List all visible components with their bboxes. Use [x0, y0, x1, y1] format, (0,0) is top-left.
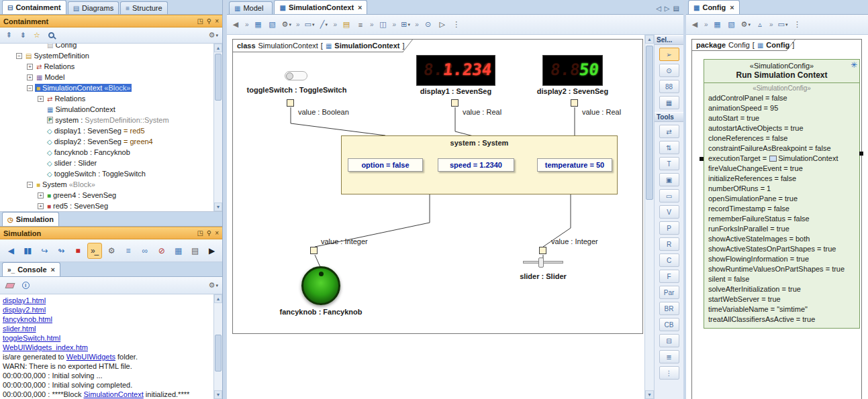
selection-handle[interactable]: [700, 157, 704, 161]
tab-structure[interactable]: ≡ Structure: [120, 1, 167, 14]
tree-expander-icon[interactable]: +: [27, 74, 33, 80]
canvas-scrollbar[interactable]: ▲ ▼: [644, 35, 654, 399]
diagram-canvas[interactable]: class SimulationContext [ ▦ SimulationCo…: [227, 35, 644, 399]
port-display2-value[interactable]: [571, 99, 578, 107]
tree-scroll-thumb[interactable]: [215, 54, 222, 101]
toolbar-overflow-chevron[interactable]: »: [703, 19, 710, 31]
tree-scrollbar[interactable]: ▲ ▼: [213, 44, 222, 211]
tab-list-icon[interactable]: ▤: [673, 5, 679, 12]
config-property[interactable]: showRuntimeValuesOnPartShapes = true: [708, 264, 859, 274]
port-display1-value[interactable]: [451, 99, 459, 107]
config-property[interactable]: recordTimestamp = false: [708, 204, 859, 214]
console-info-button[interactable]: i: [19, 280, 32, 292]
console-scroll-thumb[interactable]: [215, 335, 222, 372]
binding-connector-tool[interactable]: BR: [659, 302, 679, 315]
config-property[interactable]: silent = false: [708, 274, 859, 284]
tree-expander-icon[interactable]: +: [38, 203, 44, 209]
tab-model-diagram[interactable]: ▦ Model: [229, 1, 273, 14]
sim-run-button[interactable]: ▶: [204, 243, 219, 259]
containment-tree-button[interactable]: ▦: [712, 19, 724, 31]
sim-export-button[interactable]: ▤: [187, 243, 202, 259]
tree-item-red5[interactable]: + ■ red5 : SevenSeg: [0, 201, 214, 211]
widgets-grid-tool[interactable]: ▦: [659, 96, 679, 109]
console-link[interactable]: WebUIWidgets: [66, 353, 115, 361]
port-slider-value[interactable]: [539, 247, 546, 254]
tree-item-model[interactable]: + ▦ Model: [0, 72, 214, 82]
shape-tool[interactable]: ▭: [659, 189, 679, 203]
next-tab-icon[interactable]: ▷: [665, 5, 670, 12]
selection-handle[interactable]: [859, 152, 863, 156]
toolbar-overflow-chevron[interactable]: »: [369, 19, 375, 31]
config-property[interactable]: initializeReferences = false: [708, 174, 859, 184]
config-property[interactable]: rememberFailureStatus = false: [708, 214, 859, 224]
favorites-button[interactable]: ☆: [31, 30, 43, 42]
display1-sevenseg-widget[interactable]: 8.8.8.8 1.234: [416, 55, 495, 86]
selection-tool[interactable]: ➢: [659, 48, 679, 61]
tree-item-green4[interactable]: + ■ green4 : SevenSeg: [0, 190, 214, 201]
config-property[interactable]: addControlPanel = false: [708, 93, 859, 103]
tab-containment[interactable]: ⊟ Containment: [2, 0, 66, 14]
tree-item-simulationcontext-block[interactable]: − ■ SimulationContext «Block»: [0, 82, 214, 93]
expand-all-button[interactable]: ⇞: [3, 30, 15, 42]
console-link[interactable]: WebUIWidgets_index.htm: [3, 343, 88, 351]
diagram-aspect-button[interactable]: ▧: [726, 19, 738, 31]
tree-expander-icon[interactable]: −: [27, 85, 33, 91]
tree-item-slider[interactable]: ◇ slider : Slider: [0, 158, 214, 168]
slider-widget[interactable]: [523, 261, 563, 264]
scroll-down-icon[interactable]: ▼: [645, 390, 654, 399]
tab-diagrams[interactable]: ▤ Diagrams: [68, 1, 119, 14]
scroll-down-icon[interactable]: ▼: [214, 390, 222, 399]
palette-overflow[interactable]: ⋮: [659, 366, 679, 380]
sim-step-over-button[interactable]: ↬: [54, 243, 68, 259]
tree-expander-icon[interactable]: +: [27, 64, 33, 70]
config-property[interactable]: constraintFailureAsBreakpoint = false: [708, 144, 859, 154]
sim-options-button[interactable]: ⚙: [104, 243, 119, 259]
previous-tab-icon[interactable]: ◁: [656, 5, 661, 12]
toolbar-more-button[interactable]: ⋮: [450, 19, 463, 31]
align-button[interactable]: ▵: [754, 19, 766, 31]
toolbar-overflow-chevron[interactable]: »: [768, 19, 775, 31]
console-settings-button[interactable]: ⚙▾: [207, 280, 220, 292]
nav-back-button[interactable]: ◀: [689, 19, 701, 31]
nav-back-button[interactable]: ◀: [230, 19, 242, 31]
tree-item-config[interactable]: ▤ Config: [0, 44, 214, 50]
value-box-option[interactable]: option = false: [348, 158, 423, 172]
canvas-scroll-thumb[interactable]: [646, 46, 653, 200]
console-link[interactable]: display2.html: [3, 306, 46, 314]
config-property[interactable]: showActiveStateImages = both: [708, 234, 859, 244]
config-property[interactable]: cloneReferences = false: [708, 133, 859, 144]
close-icon[interactable]: ×: [215, 17, 219, 25]
constraint-block-tool[interactable]: CB: [659, 318, 679, 331]
containment-settings-button[interactable]: ⚙▾: [207, 30, 220, 42]
console-link[interactable]: toggleSwitch.html: [3, 334, 60, 342]
config-property[interactable]: timeVariableName = "simtime": [708, 304, 859, 315]
sevenseg-widget-tool[interactable]: 88: [659, 80, 679, 93]
console-link[interactable]: display1.html: [3, 296, 46, 304]
port-toggleswitch-value[interactable]: [287, 99, 294, 107]
flow-tool[interactable]: ⇅: [659, 141, 679, 154]
sim-hierarchy-button[interactable]: ≡: [121, 243, 136, 259]
diagram-options-button[interactable]: ⚙▾: [281, 19, 293, 31]
tab-simulation[interactable]: ◷ Simulation: [2, 212, 59, 226]
image-button[interactable]: ◫: [377, 19, 389, 31]
toolbar-overflow-chevron[interactable]: »: [244, 19, 250, 31]
containment-tree-button[interactable]: ▦: [252, 19, 264, 31]
config-property[interactable]: treatAllClassifiersAsActive = true: [708, 315, 859, 325]
config-property[interactable]: fireValueChangeEvent = true: [708, 164, 859, 174]
close-icon[interactable]: ×: [215, 229, 219, 237]
sim-stop-button[interactable]: ■: [70, 243, 85, 259]
flow-property-tool[interactable]: F: [659, 270, 679, 283]
slider-thumb[interactable]: [538, 258, 544, 268]
tree-expander-icon[interactable]: +: [38, 96, 44, 102]
toolbar-more-button[interactable]: ⋮: [791, 19, 803, 31]
pin-icon[interactable]: ⚲: [207, 17, 211, 25]
tab-console[interactable]: »_ Console ×: [2, 262, 60, 276]
tab-close-icon[interactable]: ×: [730, 3, 734, 11]
zoom-button[interactable]: ⊙: [422, 19, 434, 31]
text-tool[interactable]: T: [659, 157, 679, 170]
value-property-tool[interactable]: V: [659, 205, 679, 219]
value-box-temperature[interactable]: temperature = 50: [537, 158, 612, 172]
sim-pause-button[interactable]: ▮▮: [20, 243, 35, 259]
collapse-all-button[interactable]: ⇟: [17, 30, 29, 42]
config-property[interactable]: executionTarget = SimulationContext: [708, 154, 859, 164]
